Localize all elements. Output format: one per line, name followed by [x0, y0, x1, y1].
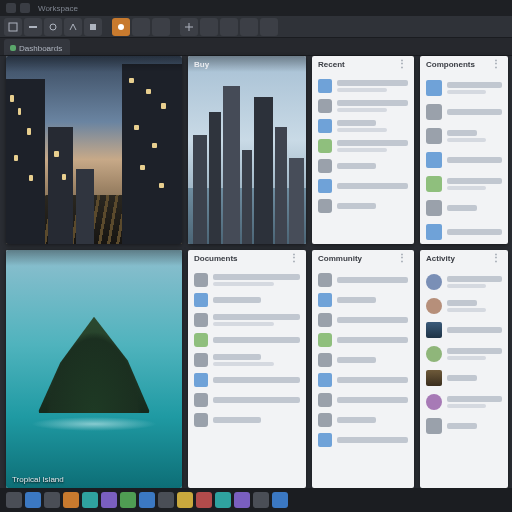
item-icon — [318, 159, 332, 173]
toolbar-button[interactable] — [200, 18, 218, 36]
components-list — [420, 72, 508, 244]
taskbar-app[interactable] — [120, 492, 136, 508]
panel-image-city[interactable] — [6, 56, 182, 244]
list-item[interactable] — [318, 136, 408, 156]
list-item[interactable] — [426, 390, 502, 414]
list-item[interactable] — [426, 220, 502, 244]
list-item[interactable] — [318, 290, 408, 310]
panel-community: Community ⋮ — [312, 250, 414, 488]
item-icon — [318, 333, 332, 347]
list-item[interactable] — [194, 270, 300, 290]
list-item[interactable] — [194, 290, 300, 310]
list-item[interactable] — [426, 342, 502, 366]
list-item[interactable] — [318, 410, 408, 430]
toolbar-button[interactable] — [240, 18, 258, 36]
list-item[interactable] — [426, 294, 502, 318]
list-item[interactable] — [426, 172, 502, 196]
panel-image-island[interactable]: Tropical Island — [6, 250, 182, 488]
list-item[interactable] — [426, 366, 502, 390]
list-item[interactable] — [194, 350, 300, 370]
toolbar-button[interactable] — [220, 18, 238, 36]
toolbar-button[interactable] — [84, 18, 102, 36]
taskbar-app[interactable] — [177, 492, 193, 508]
taskbar-app[interactable] — [25, 492, 41, 508]
item-icon — [426, 200, 442, 216]
item-icon — [194, 293, 208, 307]
list-item[interactable] — [318, 176, 408, 196]
titlebar-app-name: Workspace — [38, 4, 78, 13]
toolbar-button[interactable] — [44, 18, 62, 36]
list-item[interactable] — [194, 370, 300, 390]
list-item[interactable] — [194, 390, 300, 410]
taskbar-app[interactable] — [101, 492, 117, 508]
toolbar-button[interactable] — [132, 18, 150, 36]
toolbar-button[interactable] — [260, 18, 278, 36]
item-icon — [318, 433, 332, 447]
svg-rect-1 — [29, 26, 37, 28]
list-item[interactable] — [318, 96, 408, 116]
panel-activity: Activity ⋮ — [420, 250, 508, 488]
taskbar-app[interactable] — [63, 492, 79, 508]
list-item[interactable] — [318, 370, 408, 390]
list-item[interactable] — [318, 196, 408, 216]
list-item[interactable] — [318, 156, 408, 176]
menu-icon[interactable]: ⋮ — [491, 59, 502, 69]
taskbar-app[interactable] — [272, 492, 288, 508]
list-item[interactable] — [426, 100, 502, 124]
tab-bar: Dashboards — [0, 38, 512, 56]
panel-image-skyline[interactable]: Buy — [188, 56, 306, 244]
list-item[interactable] — [194, 330, 300, 350]
window-control-icon[interactable] — [6, 3, 16, 13]
list-item[interactable] — [318, 76, 408, 96]
list-item[interactable] — [318, 270, 408, 290]
toolbar-button[interactable] — [64, 18, 82, 36]
taskbar-app[interactable] — [158, 492, 174, 508]
os-titlebar: Workspace — [0, 0, 512, 16]
list-item[interactable] — [426, 124, 502, 148]
taskbar-app[interactable] — [82, 492, 98, 508]
svg-rect-0 — [9, 23, 17, 31]
list-item[interactable] — [318, 350, 408, 370]
thumbnail-icon — [426, 322, 442, 338]
os-taskbar — [0, 488, 512, 512]
list-item[interactable] — [426, 270, 502, 294]
taskbar-app[interactable] — [44, 492, 60, 508]
item-icon — [318, 393, 332, 407]
list-item[interactable] — [426, 196, 502, 220]
toolbar-button[interactable] — [24, 18, 42, 36]
list-item[interactable] — [318, 390, 408, 410]
taskbar-app[interactable] — [196, 492, 212, 508]
toolbar-button-highlight[interactable] — [112, 18, 130, 36]
taskbar-app[interactable] — [139, 492, 155, 508]
taskbar-app[interactable] — [215, 492, 231, 508]
list-item[interactable] — [426, 76, 502, 100]
menu-icon[interactable]: ⋮ — [397, 59, 408, 69]
menu-icon[interactable]: ⋮ — [491, 253, 502, 263]
list-item[interactable] — [318, 430, 408, 450]
list-item[interactable] — [426, 318, 502, 342]
window-control-icon[interactable] — [20, 3, 30, 13]
avatar-icon — [426, 274, 442, 290]
menu-icon[interactable]: ⋮ — [397, 253, 408, 263]
list-item[interactable] — [426, 148, 502, 172]
thumbnail-icon — [426, 370, 442, 386]
list-item[interactable] — [318, 116, 408, 136]
taskbar-app[interactable] — [234, 492, 250, 508]
list-item[interactable] — [318, 330, 408, 350]
item-icon — [318, 79, 332, 93]
list-item[interactable] — [194, 410, 300, 430]
start-button[interactable] — [6, 492, 22, 508]
toolbar-button[interactable] — [4, 18, 22, 36]
workspace-grid: Buy Recent ⋮ Components ⋮ — [6, 56, 508, 488]
list-item[interactable] — [194, 310, 300, 330]
tab-dashboards[interactable]: Dashboards — [4, 39, 70, 55]
item-icon — [194, 333, 208, 347]
toolbar-button[interactable] — [180, 18, 198, 36]
recent-list — [312, 72, 414, 244]
toolbar-button[interactable] — [152, 18, 170, 36]
menu-icon[interactable]: ⋮ — [289, 253, 300, 263]
item-icon — [194, 413, 208, 427]
list-item[interactable] — [318, 310, 408, 330]
list-item[interactable] — [426, 414, 502, 438]
taskbar-app[interactable] — [253, 492, 269, 508]
